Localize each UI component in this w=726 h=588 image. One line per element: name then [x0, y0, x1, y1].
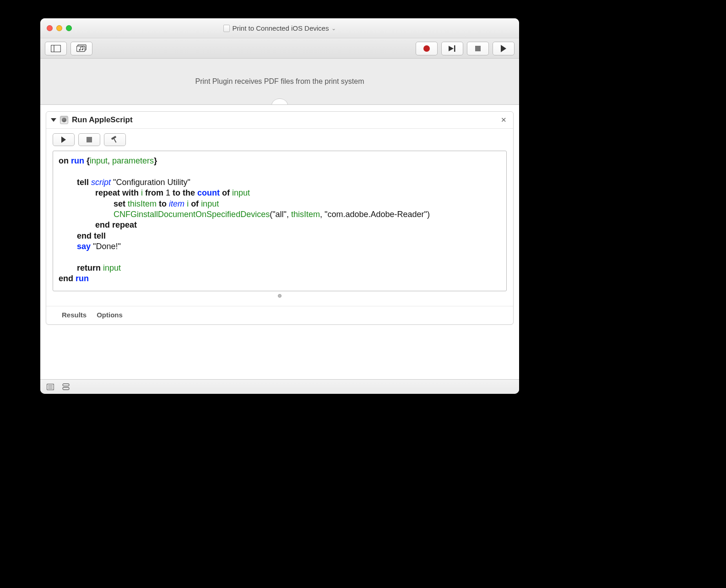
automator-window: Print to Connected iOS Devices ⌄ [40, 18, 519, 394]
svg-marker-6 [449, 46, 454, 51]
workflow-description-text: Print Plugin receives PDF files from the… [195, 77, 364, 86]
svg-rect-12 [63, 384, 69, 386]
close-window-button[interactable] [47, 25, 53, 31]
status-bar [40, 379, 519, 394]
applescript-icon [60, 116, 68, 124]
stop-button[interactable] [467, 42, 489, 55]
remove-action-button[interactable]: ✕ [499, 116, 509, 124]
script-stop-button[interactable] [78, 133, 100, 146]
svg-rect-7 [454, 45, 455, 52]
document-icon [223, 25, 230, 32]
script-toolbar [53, 133, 507, 146]
script-editor[interactable]: on run {input, parameters} tell script "… [53, 151, 507, 291]
svg-rect-0 [51, 45, 61, 52]
record-icon [423, 45, 430, 52]
toggle-library-button[interactable] [45, 42, 67, 55]
play-icon [61, 136, 66, 143]
action-body: on run {input, parameters} tell script "… [46, 129, 513, 304]
title-dropdown-chevron-icon: ⌄ [331, 25, 336, 32]
input-notch-icon [271, 98, 288, 105]
results-tab[interactable]: Results [62, 311, 87, 319]
workflow-description: Print Plugin receives PDF files from the… [40, 59, 519, 104]
workflow-canvas[interactable]: Run AppleScript ✕ on run {input, paramet… [40, 104, 519, 379]
action-run-applescript: Run AppleScript ✕ on run {input, paramet… [46, 111, 514, 325]
stop-icon [475, 46, 481, 51]
toolbar [40, 38, 519, 59]
disclosure-triangle-icon[interactable] [51, 118, 56, 122]
title-container: Print to Connected iOS Devices ⌄ [40, 24, 519, 32]
step-button[interactable] [441, 42, 463, 55]
svg-rect-13 [63, 387, 69, 390]
variables-view-button[interactable] [62, 383, 70, 391]
action-footer: Results Options [46, 306, 513, 324]
log-view-button[interactable] [47, 384, 54, 390]
script-compile-button[interactable] [104, 133, 126, 146]
options-tab[interactable]: Options [97, 311, 123, 319]
stop-icon [87, 137, 92, 142]
window-controls [40, 25, 72, 31]
titlebar: Print to Connected iOS Devices ⌄ [40, 18, 519, 38]
window-title: Print to Connected iOS Devices [233, 24, 329, 32]
run-button[interactable] [493, 42, 515, 55]
record-button[interactable] [416, 42, 438, 55]
media-browser-button[interactable] [70, 42, 92, 55]
script-run-button[interactable] [53, 133, 75, 146]
zoom-window-button[interactable] [66, 25, 72, 31]
hammer-icon [112, 136, 118, 143]
action-header[interactable]: Run AppleScript ✕ [46, 112, 513, 129]
play-icon [501, 45, 506, 52]
action-title: Run AppleScript [72, 115, 133, 125]
resize-handle[interactable] [278, 294, 282, 298]
minimize-window-button[interactable] [56, 25, 62, 31]
